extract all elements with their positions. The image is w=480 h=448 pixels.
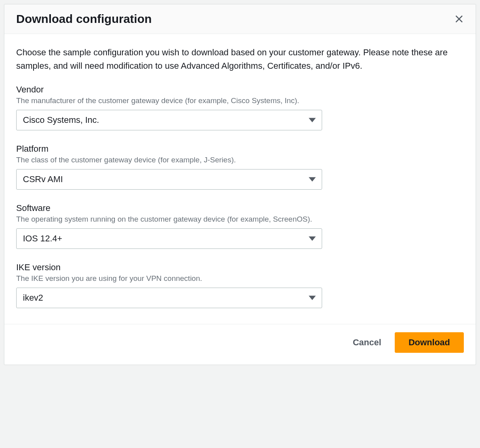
software-group: Software The operating system running on… <box>16 203 464 249</box>
ike-hint: The IKE version you are using for your V… <box>16 274 464 283</box>
download-button[interactable]: Download <box>395 332 464 353</box>
close-icon[interactable] <box>454 14 464 24</box>
platform-hint: The class of the customer gateway device… <box>16 156 464 164</box>
software-select[interactable]: IOS 12.4+ <box>16 228 322 249</box>
vendor-label: Vendor <box>16 85 464 95</box>
software-hint: The operating system running on the cust… <box>16 215 464 224</box>
platform-group: Platform The class of the customer gatew… <box>16 144 464 190</box>
modal-title: Download configuration <box>16 12 152 26</box>
ike-select-wrapper: ikev2 <box>16 288 322 308</box>
platform-label: Platform <box>16 144 464 154</box>
ike-select[interactable]: ikev2 <box>16 288 322 308</box>
modal-description: Choose the sample configuration you wish… <box>16 46 464 73</box>
software-label: Software <box>16 203 464 213</box>
modal-body: Choose the sample configuration you wish… <box>4 34 476 324</box>
modal-header: Download configuration <box>4 4 476 34</box>
modal-footer: Cancel Download <box>4 324 476 365</box>
vendor-select-wrapper: Cisco Systems, Inc. <box>16 110 322 130</box>
ike-label: IKE version <box>16 262 464 273</box>
software-select-wrapper: IOS 12.4+ <box>16 228 322 249</box>
vendor-hint: The manufacturer of the customer gateway… <box>16 96 464 105</box>
ike-group: IKE version The IKE version you are usin… <box>16 262 464 308</box>
platform-select[interactable]: CSRv AMI <box>16 169 322 190</box>
cancel-button[interactable]: Cancel <box>351 333 383 352</box>
platform-select-wrapper: CSRv AMI <box>16 169 322 190</box>
download-configuration-modal: Download configuration Choose the sample… <box>4 4 476 365</box>
vendor-select[interactable]: Cisco Systems, Inc. <box>16 110 322 130</box>
vendor-group: Vendor The manufacturer of the customer … <box>16 85 464 130</box>
